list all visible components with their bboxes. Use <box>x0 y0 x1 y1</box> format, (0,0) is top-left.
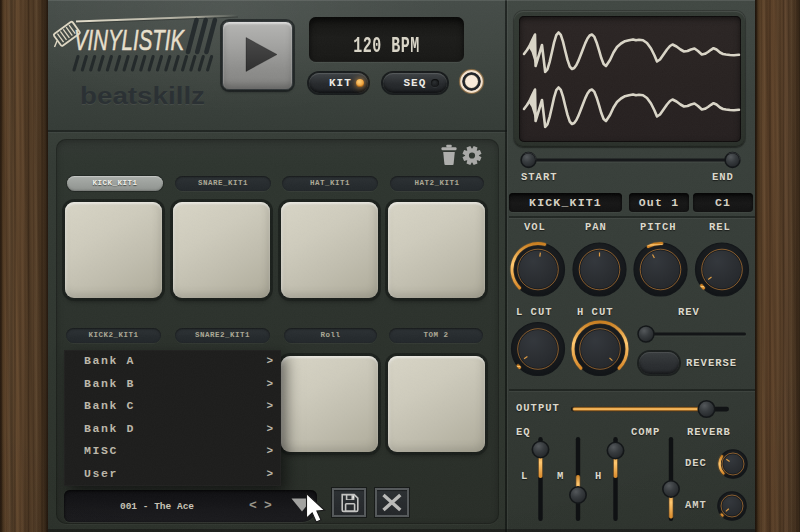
svg-text:beatskillz: beatskillz <box>80 83 205 109</box>
svg-text:VINYLISTIK: VINYLISTIK <box>74 23 185 56</box>
